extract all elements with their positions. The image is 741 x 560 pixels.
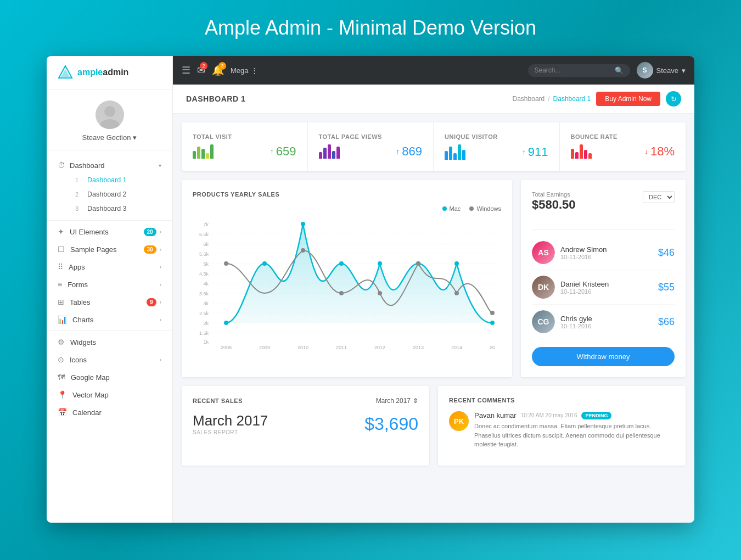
comment-avatar: PK: [449, 411, 469, 431]
earning-person-2: DK Daniel Kristeen 10-11-2016 $55: [532, 270, 675, 305]
nav-sample-pages[interactable]: ☐ Sample Pages 30 ›: [47, 240, 172, 258]
vector-map-icon: 📍: [58, 390, 67, 399]
sidebar-nav: ⏱ Dashboard ▾ 1 Dashboard 1 2 Dashboard …: [47, 150, 172, 424]
svg-text:4k: 4k: [203, 281, 209, 287]
alert-badge: 3: [218, 62, 226, 70]
earning-amount-2: $55: [658, 282, 675, 293]
earning-person-3: CG Chris gyle 10-11-2016 $66: [532, 305, 675, 339]
charts-icon: 📊: [58, 315, 67, 324]
dashboard-arrow: ▾: [159, 163, 161, 169]
comment-content: Pavan kumar 10:20 AM 20 may 2016 PENDING…: [474, 411, 675, 449]
comment-meta: Pavan kumar 10:20 AM 20 may 2016 PENDING: [474, 411, 675, 419]
nav-apps[interactable]: ⠿ Apps ›: [47, 258, 172, 276]
stat-label-pageviews: TOTAL PAGE VIEWS: [319, 133, 423, 140]
nav-widgets[interactable]: ⚙ Widgets: [47, 333, 172, 351]
month-selector[interactable]: DEC: [643, 191, 675, 203]
nav-divider2: [47, 331, 172, 331]
recent-sales-title: RECENT SALES: [193, 397, 243, 404]
search-icon: 🔍: [615, 66, 624, 75]
breadcrumb: Dashboard / Dashboard 1: [513, 95, 591, 103]
sales-info: March 2017 SALES REPORT: [193, 412, 268, 435]
comment-name: Pavan kumar: [474, 411, 517, 419]
stat-bounce-rate: BOUNCE RATE ↓ 18%: [560, 122, 686, 171]
svg-text:1k: 1k: [203, 339, 209, 345]
dashboard-icon: ⏱: [58, 161, 65, 170]
tables-badge: 9: [147, 298, 156, 306]
refresh-button[interactable]: ↻: [666, 91, 681, 107]
alerts-icon[interactable]: 🔔 3: [212, 64, 224, 76]
page-main-title: Ample Admin - Minimal Demo Version: [205, 16, 536, 40]
earnings-label: Total Earnings: [532, 191, 576, 198]
svg-text:5k: 5k: [203, 261, 209, 267]
earning-amount-3: $66: [658, 316, 675, 328]
stat-value-pageviews: ↑ 869: [396, 144, 422, 159]
svg-point-50: [454, 291, 459, 295]
nav-vector-map[interactable]: 📍 Vector Map: [47, 386, 172, 404]
stat-label-unique: UNIQUE VISITOR: [445, 133, 548, 140]
main-content: DASHBOARD 1 Dashboard / Dashboard 1 Buy …: [173, 85, 694, 523]
mail-badge: 2: [200, 62, 207, 70]
legend-windows: Windows: [469, 205, 501, 212]
apps-icon: ⠿: [58, 262, 63, 271]
mega-menu-btn[interactable]: Mega ⋮: [231, 66, 258, 75]
recent-sales-card: RECENT SALES March 2017 ⇕ March 2017 SAL…: [182, 386, 429, 466]
sidebar-logo: ampleadmin: [47, 56, 172, 89]
widgets-icon: ⚙: [58, 338, 65, 346]
buy-admin-button[interactable]: Buy Admin Now: [596, 92, 660, 106]
topbar-user[interactable]: S Steave ▾: [637, 62, 686, 79]
notifications-icon[interactable]: ✉ 2: [197, 64, 205, 76]
nav-ui-elements[interactable]: ✦ UI Elements 20 ›: [47, 223, 172, 240]
earning-info-2: Daniel Kristeen 10-11-2016: [560, 280, 653, 295]
nav-dashboard1[interactable]: 1 Dashboard 1: [71, 173, 164, 187]
stat-bars-bounce: [571, 144, 592, 159]
svg-point-41: [378, 261, 382, 266]
stat-value-visit: ↑ 659: [270, 144, 296, 159]
topbar-right: 🔍 S Steave ▾: [528, 62, 686, 79]
nav-forms[interactable]: ≡ Forms ›: [47, 276, 172, 293]
svg-marker-1: [61, 69, 70, 77]
svg-text:2013: 2013: [413, 345, 424, 349]
nav-icons[interactable]: ⊙ Icons ›: [47, 351, 172, 368]
svg-text:2.5k: 2.5k: [199, 311, 209, 316]
svg-point-45: [224, 261, 228, 266]
earning-name-1: Andrew Simon: [560, 245, 653, 254]
recent-comments-card: RECENT COMMENTS PK Pavan kumar 10:20 AM …: [438, 386, 686, 466]
nav-dashboard2[interactable]: 2 Dashboard 2: [71, 187, 164, 201]
withdraw-button[interactable]: Withdraw money: [532, 347, 675, 366]
earning-person-1: AS Andrew Simon 10-11-2016 $46: [532, 236, 675, 270]
nav-tables[interactable]: ⊞ Tables 9 ›: [47, 293, 172, 311]
svg-point-38: [262, 261, 267, 266]
sales-row: March 2017 SALES REPORT $3,690: [193, 412, 418, 435]
svg-point-37: [224, 321, 228, 325]
nav-divider: [47, 220, 172, 221]
nav-calendar[interactable]: 📅 Calendar: [47, 404, 172, 421]
svg-text:20: 20: [490, 345, 495, 349]
sales-amount: $3,690: [364, 414, 418, 434]
svg-text:2014: 2014: [451, 345, 462, 349]
svg-point-3: [100, 119, 120, 129]
hamburger-icon[interactable]: ☰: [182, 64, 190, 76]
stat-label-bounce: BOUNCE RATE: [571, 133, 675, 140]
nav-dashboard3[interactable]: 3 Dashboard 3: [71, 201, 164, 216]
earning-avatar-2: DK: [532, 276, 555, 299]
earning-date-2: 10-11-2016: [560, 288, 653, 295]
page-header-right: Dashboard / Dashboard 1 Buy Admin Now ↻: [513, 91, 681, 107]
sales-date: March 2017: [193, 412, 268, 429]
stat-value-bounce: ↓ 18%: [644, 144, 675, 159]
yearly-sales-title: PRODUCTS YEARLY SALES: [193, 191, 501, 198]
nav-google-map[interactable]: 🗺 Google Map: [47, 368, 172, 386]
search-input[interactable]: [535, 66, 611, 74]
pending-badge: PENDING: [581, 412, 611, 419]
svg-point-46: [301, 248, 305, 253]
tables-icon: ⊞: [58, 298, 64, 306]
stat-bars-unique: [445, 144, 465, 160]
nav-charts[interactable]: 📊 Charts ›: [47, 311, 172, 328]
nav-section-dashboard: ⏱ Dashboard ▾ 1 Dashboard 1 2 Dashboard …: [47, 153, 172, 218]
earning-name-2: Daniel Kristeen: [560, 280, 653, 288]
main-area: ☰ ✉ 2 🔔 3 Mega ⋮ 🔍: [173, 56, 694, 523]
sales-sub: SALES REPORT: [193, 429, 268, 435]
month-selector-sales[interactable]: March 2017 ⇕: [376, 397, 418, 405]
sidebar-user-name: Steave Gection ▾: [82, 133, 137, 142]
svg-text:3k: 3k: [203, 301, 209, 306]
nav-dashboard-toggle[interactable]: ⏱ Dashboard ▾: [55, 158, 164, 173]
